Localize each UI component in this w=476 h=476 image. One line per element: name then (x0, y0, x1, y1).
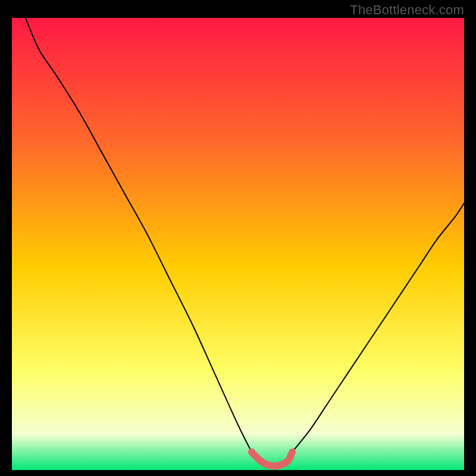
watermark-text: TheBottleneck.com (350, 2, 464, 18)
chart-frame: TheBottleneck.com (0, 0, 476, 476)
chart-svg (12, 18, 464, 470)
plot-area (12, 18, 464, 470)
gradient-background (12, 18, 464, 470)
